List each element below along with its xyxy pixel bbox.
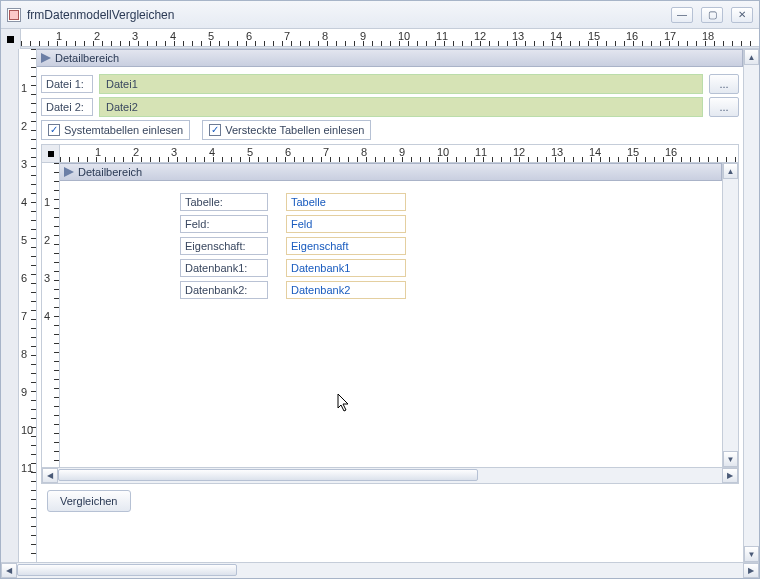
scroll-right-icon[interactable]: ▶ [743, 563, 759, 578]
form-icon [7, 8, 21, 22]
scroll-thumb[interactable] [17, 564, 237, 576]
scroll-thumb[interactable] [58, 469, 478, 481]
check-icon: ✓ [209, 124, 221, 136]
form-design-window: frmDatenmodellVergleichen — ▢ ✕ 12345678… [0, 0, 760, 579]
field-textbox[interactable]: Feld [286, 215, 406, 233]
field-label[interactable]: Feld: [180, 215, 268, 233]
subform-vertical-ruler[interactable]: 1234 [42, 163, 60, 467]
scroll-up-icon[interactable]: ▲ [723, 163, 738, 179]
scroll-down-icon[interactable]: ▼ [744, 546, 759, 562]
field-row: Eigenschaft:Eigenschaft [180, 237, 714, 255]
scroll-left-icon[interactable]: ◀ [42, 468, 58, 483]
file1-field[interactable]: Datei1 [99, 74, 703, 94]
subform-vertical-scrollbar[interactable]: ▲ ▼ [722, 163, 738, 467]
maximize-button[interactable]: ▢ [701, 7, 723, 23]
field-textbox[interactable]: Eigenschaft [286, 237, 406, 255]
row-selector-gutter[interactable] [1, 49, 19, 562]
compare-button[interactable]: Vergleichen [47, 490, 131, 512]
close-button[interactable]: ✕ [731, 7, 753, 23]
vertical-scrollbar[interactable]: ▲ ▼ [743, 49, 759, 562]
vertical-ruler[interactable]: 1234567891011 [19, 49, 37, 562]
system-tables-checkbox[interactable]: ✓ Systemtabellen einlesen [41, 120, 190, 140]
horizontal-ruler[interactable]: 123456789101112131415161718 [21, 29, 759, 47]
scroll-left-icon[interactable]: ◀ [1, 563, 17, 578]
window-title: frmDatenmodellVergleichen [27, 8, 174, 22]
section-title: Detailbereich [78, 166, 142, 178]
field-textbox[interactable]: Datenbank1 [286, 259, 406, 277]
subform-detail-header[interactable]: Detailbereich [60, 163, 722, 181]
subform-selector[interactable] [42, 145, 60, 163]
field-row: Datenbank2:Datenbank2 [180, 281, 714, 299]
field-label[interactable]: Datenbank2: [180, 281, 268, 299]
field-label[interactable]: Eigenschaft: [180, 237, 268, 255]
scroll-down-icon[interactable]: ▼ [723, 451, 738, 467]
file1-browse-button[interactable]: ... [709, 74, 739, 94]
field-row: Feld:Feld [180, 215, 714, 233]
file2-label[interactable]: Datei 2: [41, 98, 93, 116]
field-label[interactable]: Datenbank1: [180, 259, 268, 277]
file2-browse-button[interactable]: ... [709, 97, 739, 117]
titlebar: frmDatenmodellVergleichen — ▢ ✕ [1, 1, 759, 29]
detail-section-header[interactable]: Detailbereich [37, 49, 743, 67]
scroll-right-icon[interactable]: ▶ [722, 468, 738, 483]
form-selector[interactable] [1, 29, 21, 49]
field-row: Datenbank1:Datenbank1 [180, 259, 714, 277]
hidden-tables-checkbox[interactable]: ✓ Versteckte Tabellen einlesen [202, 120, 371, 140]
field-textbox[interactable]: Tabelle [286, 193, 406, 211]
horizontal-scrollbar[interactable]: ◀ ▶ [1, 562, 759, 578]
field-label[interactable]: Tabelle: [180, 193, 268, 211]
check-icon: ✓ [48, 124, 60, 136]
design-surface[interactable]: Detailbereich Datei 1: Datei1 ... Datei … [37, 49, 743, 562]
scroll-up-icon[interactable]: ▲ [744, 49, 759, 65]
subform-design-surface[interactable]: Detailbereich Tabelle:TabelleFeld:FeldEi… [60, 163, 722, 467]
subform-horizontal-ruler[interactable]: 12345678910111213141516 [60, 145, 738, 163]
minimize-button[interactable]: — [671, 7, 693, 23]
field-textbox[interactable]: Datenbank2 [286, 281, 406, 299]
section-title: Detailbereich [55, 52, 119, 64]
subform-control[interactable]: 12345678910111213141516 1234 Detailberei… [41, 144, 739, 484]
file2-field[interactable]: Datei2 [99, 97, 703, 117]
subform-horizontal-scrollbar[interactable]: ◀ ▶ [42, 467, 738, 483]
field-row: Tabelle:Tabelle [180, 193, 714, 211]
file1-label[interactable]: Datei 1: [41, 75, 93, 93]
